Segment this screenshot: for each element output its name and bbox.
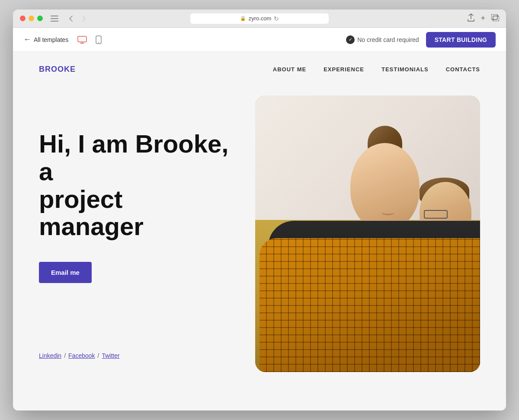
browser-titlebar: 🔒 zyro.com ↻ + xyxy=(13,10,506,28)
main-person xyxy=(281,121,480,372)
svg-rect-4 xyxy=(493,16,499,21)
no-credit-label: ✓ No credit card required xyxy=(346,35,419,44)
face-shape xyxy=(350,143,420,229)
lock-icon: 🔒 xyxy=(240,16,246,21)
app-toolbar: ← All templates ✓ No credit card require… xyxy=(13,28,506,52)
sidebar-toggle-icon[interactable] xyxy=(50,15,59,22)
url-text: zyro.com xyxy=(249,15,272,22)
site-nav-links: ABOUT ME EXPERIENCE TESTIMONIALS CONTACT… xyxy=(273,66,480,73)
svg-rect-5 xyxy=(78,36,86,42)
start-building-button[interactable]: START BUILDING xyxy=(426,32,496,48)
hero-image xyxy=(255,95,480,372)
share-icon[interactable] xyxy=(468,13,474,24)
maximize-button[interactable] xyxy=(37,16,43,21)
back-to-templates-button[interactable]: ← All templates xyxy=(23,35,68,44)
view-toggles xyxy=(77,35,104,44)
hero-heading: Hi, I am Brooke, a project manager xyxy=(39,130,229,240)
refresh-button[interactable]: ↻ xyxy=(274,15,279,22)
site-logo: BROOKE xyxy=(39,65,76,74)
website-preview: BROOKE ABOUT ME EXPERIENCE TESTIMONIALS … xyxy=(13,52,506,410)
minimize-button[interactable] xyxy=(29,16,34,21)
svg-point-7 xyxy=(98,42,99,43)
nav-contacts[interactable]: CONTACTS xyxy=(446,66,480,73)
address-bar[interactable]: 🔒 zyro.com ↻ xyxy=(190,13,329,24)
figure-container xyxy=(255,95,480,372)
svg-rect-2 xyxy=(51,21,58,22)
svg-rect-3 xyxy=(491,14,497,19)
smile xyxy=(381,210,394,215)
hero-heading-line2: project manager xyxy=(39,185,144,241)
hero-section: Hi, I am Brooke, a project manager Email… xyxy=(13,87,506,381)
browser-window: 🔒 zyro.com ↻ + ← All templates xyxy=(13,10,506,410)
back-nav-button[interactable] xyxy=(66,14,76,23)
toolbar-right: ✓ No credit card required START BUILDING xyxy=(346,32,496,48)
twitter-link[interactable]: Twitter xyxy=(102,352,119,359)
email-me-button[interactable]: Email me xyxy=(39,262,92,283)
nav-experience[interactable]: EXPERIENCE xyxy=(324,66,364,73)
no-credit-text: No credit card required xyxy=(357,36,419,43)
forward-nav-button[interactable] xyxy=(79,14,89,23)
separator-1: / xyxy=(64,352,66,359)
nav-about-me[interactable]: ABOUT ME xyxy=(273,66,306,73)
hero-left: Hi, I am Brooke, a project manager Email… xyxy=(39,87,255,283)
social-links: Linkedin / Facebook / Twitter xyxy=(39,352,120,359)
browser-actions: + xyxy=(468,13,499,24)
hero-heading-line1: Hi, I am Brooke, a xyxy=(39,130,228,185)
site-nav: BROOKE ABOUT ME EXPERIENCE TESTIMONIALS … xyxy=(13,52,506,87)
hero-right xyxy=(255,87,480,372)
linkedin-link[interactable]: Linkedin xyxy=(39,352,61,359)
separator-2: / xyxy=(98,352,99,359)
back-label: All templates xyxy=(34,36,68,43)
facebook-link[interactable]: Facebook xyxy=(68,352,95,359)
mobile-view-toggle[interactable] xyxy=(93,35,104,44)
plaid-jacket xyxy=(260,238,480,372)
nav-testimonials[interactable]: TESTIMONIALS xyxy=(381,66,429,73)
browser-controls xyxy=(50,14,89,23)
tabs-icon[interactable] xyxy=(491,14,499,23)
close-button[interactable] xyxy=(20,16,26,21)
person-head xyxy=(344,130,426,229)
new-tab-icon[interactable]: + xyxy=(481,14,485,23)
back-arrow-icon: ← xyxy=(23,35,31,44)
desktop-view-toggle[interactable] xyxy=(77,35,87,44)
svg-rect-1 xyxy=(51,18,58,19)
traffic-lights xyxy=(20,16,43,21)
svg-rect-0 xyxy=(51,16,58,16)
check-icon: ✓ xyxy=(346,35,355,44)
